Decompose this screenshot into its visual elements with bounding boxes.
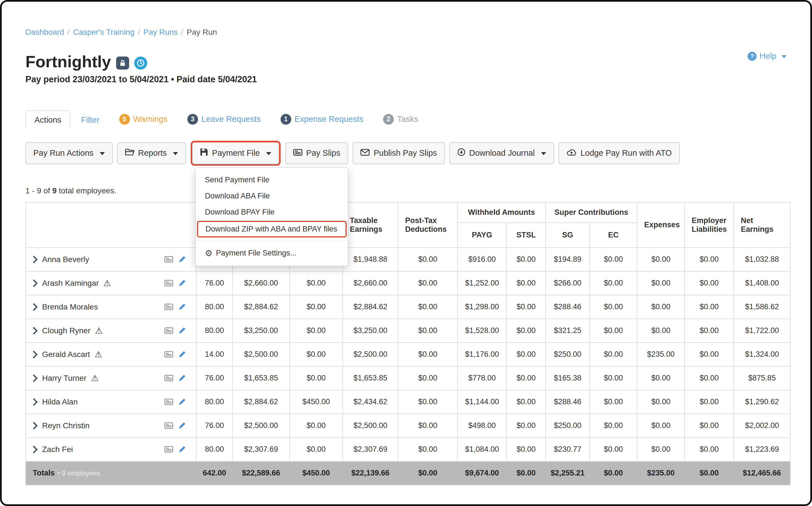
breadcrumb-dashboard[interactable]: Dashboard [25, 28, 64, 37]
pay-slips-button[interactable]: Pay Slips [285, 142, 348, 164]
edit-pencil-icon[interactable] [178, 398, 186, 406]
breadcrumb-business[interactable]: Casper's Training [73, 28, 134, 37]
payment-file-button[interactable]: Payment File [192, 142, 279, 164]
total-value: $0.00 [685, 461, 734, 485]
tab-tasks[interactable]: 2 Tasks [374, 109, 427, 129]
employee-name[interactable]: Zach Fei [42, 445, 73, 454]
edit-pencil-icon[interactable] [178, 327, 186, 334]
cell-value: $0.00 [398, 319, 458, 343]
cell-value: $0.00 [398, 295, 458, 319]
reports-button[interactable]: Reports [117, 142, 186, 164]
edit-pencil-icon[interactable] [178, 374, 186, 382]
breadcrumb: Dashboard / Casper's Training / Pay Runs… [25, 28, 787, 37]
edit-pencil-icon[interactable] [178, 279, 186, 287]
lodge-pay-run-ato-button[interactable]: Lodge Pay Run with ATO [559, 142, 680, 164]
employee-name[interactable]: Hilda Alan [42, 398, 78, 407]
cell-value: $1,722.00 [734, 319, 790, 343]
col-header-net-earnings: Net Earnings [734, 202, 790, 248]
cell-value: $498.00 [458, 414, 507, 438]
download-circle-icon [458, 148, 465, 158]
cell-value: $0.00 [507, 271, 545, 295]
cell-value: 80.00 [196, 295, 232, 319]
tab-label: Actions [34, 115, 61, 125]
cell-value: $1,252.00 [458, 271, 507, 295]
help-menu[interactable]: ? Help [747, 52, 787, 61]
chevron-right-icon[interactable] [33, 279, 37, 287]
cell-value: $0.00 [685, 343, 734, 366]
app-window: Dashboard / Casper's Training / Pay Runs… [0, 0, 812, 506]
payslip-notes-icon[interactable] [165, 351, 173, 358]
chevron-right-icon[interactable] [33, 398, 37, 406]
chevron-right-icon[interactable] [33, 422, 37, 429]
chevron-right-icon[interactable] [33, 327, 37, 334]
tab-leave-requests[interactable]: 3 Leave Requests [178, 109, 270, 129]
payslip-notes-icon[interactable] [165, 446, 173, 452]
employee-name[interactable]: Arash Kamingar [42, 279, 99, 288]
button-label: Lodge Pay Run with ATO [581, 148, 672, 158]
chevron-right-icon[interactable] [33, 374, 37, 382]
cell-value: $2,500.00 [343, 414, 398, 438]
cell-value: $0.00 [590, 438, 637, 461]
payslip-notes-icon[interactable] [165, 327, 173, 334]
cell-value: $0.00 [685, 438, 734, 461]
totals-row: Totals• 9 employees 642.00$22,589.66 $45… [26, 461, 790, 485]
payslip-notes-icon[interactable] [165, 280, 173, 286]
payslip-notes-icon[interactable] [165, 422, 173, 429]
publish-pay-slips-button[interactable]: Publish Pay Slips [352, 142, 445, 164]
payslip-notes-icon[interactable] [165, 256, 173, 263]
cell-value: $0.00 [637, 271, 685, 295]
chevron-down-icon [266, 152, 271, 155]
edit-pencil-icon[interactable] [178, 445, 186, 453]
table-row: Clough Ryner ⚠ 80.00$3,250.00 $0.00$3,25… [26, 319, 790, 343]
menu-item-download-aba-file[interactable]: Download ABA File [196, 188, 348, 204]
menu-item-download-bpay-file[interactable]: Download BPAY File [196, 204, 348, 220]
breadcrumb-pay-runs[interactable]: Pay Runs [143, 28, 178, 37]
chevron-right-icon[interactable] [33, 256, 37, 263]
cell-value: $0.00 [290, 438, 343, 461]
cell-value: $0.00 [685, 248, 734, 271]
cell-value: 76.00 [196, 366, 232, 390]
employee-name[interactable]: Reyn Christin [42, 421, 90, 430]
col-header-sg: SG [545, 223, 590, 248]
chevron-right-icon[interactable] [33, 351, 37, 358]
total-value: $22,589.66 [232, 461, 290, 485]
menu-item-send-payment-file[interactable]: Send Payment File [196, 172, 348, 188]
cloud-upload-icon [567, 148, 577, 158]
tab-filter[interactable]: Filter [72, 110, 108, 129]
payslip-list-icon [293, 148, 302, 158]
employee-name[interactable]: Gerald Ascart [42, 350, 90, 359]
payslip-notes-icon[interactable] [165, 304, 173, 310]
tab-expense-requests[interactable]: 1 Expense Requests [272, 109, 372, 129]
employee-name[interactable]: Brenda Morales [42, 303, 98, 312]
employee-name[interactable]: Harry Turner [42, 374, 87, 383]
chevron-down-icon [100, 152, 105, 155]
cell-value: $1,144.00 [458, 390, 507, 414]
help-label: Help [759, 52, 777, 61]
tab-actions[interactable]: Actions [25, 110, 70, 129]
button-label: Pay Slips [306, 148, 340, 158]
download-journal-button[interactable]: Download Journal [449, 142, 554, 164]
payslip-notes-icon[interactable] [165, 399, 173, 405]
pay-run-actions-button[interactable]: Pay Run Actions [25, 142, 113, 164]
col-header-expenses: Expenses [637, 202, 685, 248]
cell-value: $2,500.00 [232, 414, 290, 438]
edit-pencil-icon[interactable] [178, 256, 186, 263]
edit-pencil-icon[interactable] [178, 422, 186, 429]
chevron-right-icon[interactable] [33, 303, 37, 311]
employee-name[interactable]: Anna Beverly [42, 255, 89, 264]
cell-value: 14.00 [196, 343, 232, 366]
cell-value: $778.00 [458, 366, 507, 390]
chevron-right-icon[interactable] [33, 446, 37, 453]
employee-name[interactable]: Clough Ryner [42, 326, 90, 335]
menu-item-payment-file-settings[interactable]: ⚙ Payment File Settings... [196, 245, 348, 262]
payslip-notes-icon[interactable] [165, 375, 173, 381]
warnings-count-badge: 5 [119, 114, 130, 125]
cell-value: $0.00 [685, 271, 734, 295]
edit-pencil-icon[interactable] [178, 303, 186, 311]
chevron-down-icon [782, 55, 787, 58]
tab-warnings[interactable]: 5 Warnings [110, 109, 177, 129]
breadcrumb-separator: / [138, 28, 140, 37]
menu-item-download-zip-aba-bpay[interactable]: Download ZIP with ABA and BPAY files [197, 221, 347, 238]
breadcrumb-separator: / [181, 28, 183, 37]
edit-pencil-icon[interactable] [178, 350, 186, 358]
